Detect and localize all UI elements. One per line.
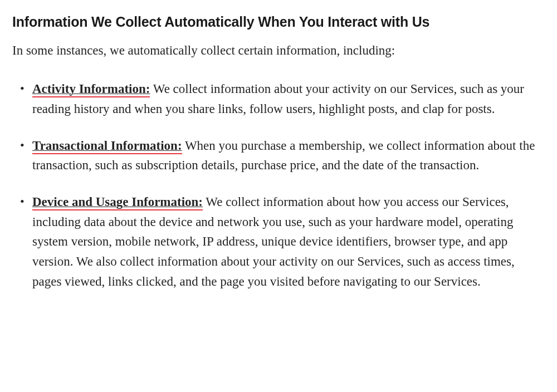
list-item: Transactional Information: When you purc…: [32, 136, 545, 175]
item-term: Device and Usage Information:: [32, 195, 203, 210]
intro-text: In some instances, we automatically coll…: [12, 41, 545, 61]
list-item: Activity Information: We collect informa…: [32, 79, 545, 119]
list-item: Device and Usage Information: We collect…: [32, 192, 545, 291]
item-term: Transactional Information:: [32, 139, 182, 154]
item-term: Activity Information:: [32, 82, 150, 97]
section-heading: Information We Collect Automatically Whe…: [12, 11, 545, 33]
info-list: Activity Information: We collect informa…: [12, 79, 545, 291]
